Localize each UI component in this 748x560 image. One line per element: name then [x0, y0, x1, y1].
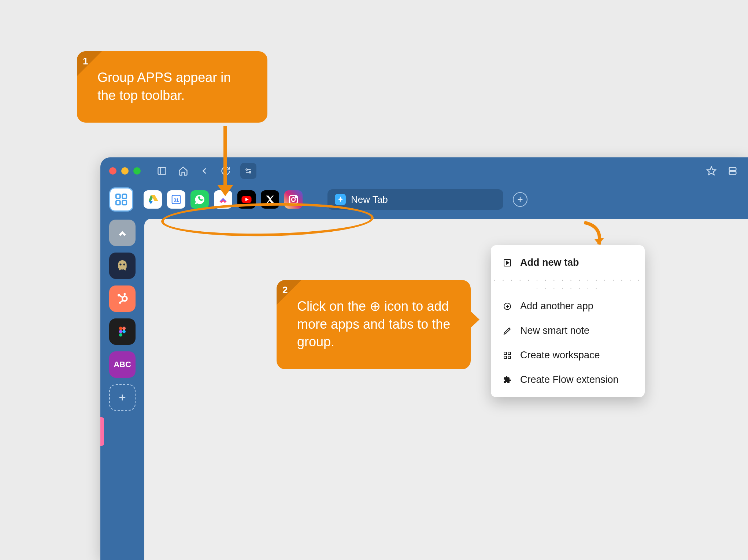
dropdown-item-new-smart-note[interactable]: New smart note: [491, 318, 645, 343]
svg-rect-10: [122, 194, 126, 198]
svg-point-33: [119, 330, 122, 333]
callout-number: 1: [83, 55, 88, 68]
back-icon[interactable]: [198, 164, 211, 178]
dropdown-separator: · · · · · · · · · · · · · · · · · · · · …: [491, 275, 645, 294]
plus-circle-icon: [502, 301, 513, 312]
sidebar-item-figma[interactable]: [109, 318, 136, 345]
sidebar-item-hubspot[interactable]: [109, 285, 136, 312]
add-tab-dropdown: Add new tab · · · · · · · · · · · · · · …: [491, 245, 645, 397]
svg-point-18: [292, 198, 295, 201]
window-close-button[interactable]: [109, 167, 116, 175]
svg-point-31: [119, 327, 122, 330]
svg-rect-0: [158, 168, 166, 175]
home-icon[interactable]: [177, 164, 190, 178]
dropdown-item-label: Create workspace: [520, 350, 600, 361]
svg-rect-7: [729, 168, 736, 171]
star-icon[interactable]: [705, 164, 718, 178]
sidebar-item-abc[interactable]: ABC: [109, 351, 136, 378]
dropdown-item-label: New smart note: [520, 325, 589, 336]
svg-point-34: [122, 330, 126, 333]
app-icon-google-drive[interactable]: [144, 190, 162, 209]
svg-point-22: [119, 264, 121, 265]
tutorial-callout-2: 2 Click on the ⊕ icon to add more apps a…: [277, 280, 471, 369]
callout-number: 2: [282, 284, 288, 296]
svg-marker-38: [595, 238, 604, 244]
window-maximize-button[interactable]: [133, 167, 141, 175]
svg-marker-40: [507, 261, 509, 264]
svg-marker-6: [707, 167, 715, 175]
svg-text:31: 31: [174, 197, 179, 203]
sidebar-item-clickup[interactable]: [109, 220, 136, 246]
app-icon-x-twitter[interactable]: [261, 190, 279, 209]
pencil-icon: [502, 325, 513, 336]
svg-line-28: [120, 296, 123, 298]
svg-point-32: [122, 327, 126, 330]
puzzle-icon: [502, 374, 513, 385]
svg-rect-45: [508, 352, 511, 355]
bookmark-edge-icon[interactable]: [100, 417, 104, 446]
app-icon-whatsapp[interactable]: [190, 190, 209, 209]
dropdown-item-add-another-app[interactable]: Add another app: [491, 294, 645, 318]
arrow-curve-icon: [577, 219, 614, 255]
app-icon-instagram[interactable]: [284, 190, 303, 209]
svg-rect-46: [504, 356, 507, 359]
sidebar-item-hootsuite[interactable]: [109, 253, 136, 279]
svg-rect-47: [508, 356, 511, 359]
content-area: [144, 219, 748, 560]
dropdown-item-label: Add new tab: [520, 257, 579, 268]
svg-line-30: [121, 300, 123, 302]
svg-point-35: [119, 333, 122, 337]
grid-icon: [502, 350, 513, 361]
window-minimize-button[interactable]: [121, 167, 129, 175]
svg-point-25: [118, 294, 120, 296]
tutorial-callout-1: 1 Group APPS appear in the top toolbar.: [77, 51, 267, 123]
svg-point-4: [249, 172, 251, 173]
sidebar: ABC: [106, 220, 138, 554]
svg-point-2: [246, 169, 247, 170]
window-controls: [109, 167, 141, 175]
svg-rect-12: [122, 201, 126, 205]
sidebar-add-button[interactable]: [109, 384, 136, 411]
svg-rect-9: [116, 194, 120, 198]
callout-text: Click on the ⊕ icon to add more apps and…: [297, 298, 452, 351]
toolbar-row: 31 ✦ New Tab: [100, 184, 748, 217]
tab-label: New Tab: [351, 194, 388, 205]
dropdown-item-create-flow-extension[interactable]: Create Flow extension: [491, 367, 645, 392]
svg-point-23: [123, 264, 125, 265]
callout-text: Group APPS appear in the top toolbar.: [97, 69, 249, 104]
app-icon-youtube[interactable]: [237, 190, 256, 209]
sidebar-item-label: ABC: [114, 360, 131, 369]
svg-rect-8: [729, 171, 736, 174]
tab-new-tab[interactable]: ✦ New Tab: [327, 189, 503, 210]
arrow-down-icon: [223, 126, 227, 187]
sidebar-toggle-icon[interactable]: [155, 164, 169, 178]
apps-grid-button[interactable]: [109, 187, 133, 212]
svg-rect-44: [504, 352, 507, 355]
titlebar: [100, 157, 748, 184]
tab-favicon-icon: ✦: [335, 194, 346, 205]
dropdown-item-label: Add another app: [520, 300, 593, 312]
settings-toggle-icon[interactable]: [240, 163, 256, 179]
dropdown-item-create-workspace[interactable]: Create workspace: [491, 343, 645, 367]
dropdown-item-add-new-tab[interactable]: Add new tab: [491, 250, 645, 275]
svg-point-26: [123, 293, 126, 295]
svg-point-19: [295, 197, 296, 198]
svg-rect-11: [116, 201, 120, 205]
layout-icon[interactable]: [726, 164, 739, 178]
play-box-icon: [502, 257, 513, 268]
app-icon-google-calendar[interactable]: 31: [167, 190, 185, 209]
add-tab-button[interactable]: [513, 192, 527, 207]
dropdown-item-label: Create Flow extension: [520, 374, 619, 385]
